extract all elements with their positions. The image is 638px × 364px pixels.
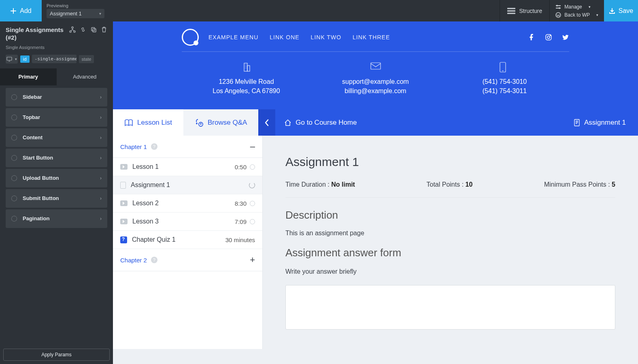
svg-rect-6	[91, 28, 95, 31]
instagram-icon[interactable]	[545, 34, 552, 41]
course-home-link[interactable]: Go to Course Home	[275, 109, 561, 136]
svg-rect-15	[500, 62, 506, 72]
lesson-item[interactable]: Lesson 3 7:09	[113, 213, 262, 231]
wordpress-icon	[555, 12, 561, 18]
lesson-item[interactable]: Assignment 1	[113, 176, 262, 194]
state-chip[interactable]: state	[79, 55, 94, 63]
chevron-down-icon: ▾	[99, 11, 101, 16]
structure-icon	[507, 8, 515, 14]
section-upload-button[interactable]: Upload Button›	[6, 169, 107, 187]
svg-rect-8	[7, 57, 12, 60]
lesson-panel: Chapter 1 ? – Lesson 1 0:50 Assignment 1…	[113, 136, 263, 349]
section-sidebar[interactable]: Sidebar›	[6, 88, 107, 106]
twitter-icon[interactable]	[562, 34, 569, 41]
tab-primary[interactable]: Primary	[0, 68, 57, 85]
section-pagination[interactable]: Pagination›	[6, 209, 107, 228]
svg-rect-12	[244, 63, 247, 71]
section-start-button[interactable]: Start Button›	[6, 149, 107, 167]
section-content[interactable]: Content›	[6, 128, 107, 147]
nav-item[interactable]: EXAMPLE MENU	[208, 34, 258, 40]
tab-advanced[interactable]: Advanced	[57, 68, 113, 85]
gear-icon	[11, 94, 17, 100]
info-address: 1236 Melville Road Los Angeles, CA 67890	[182, 62, 311, 96]
building-icon	[241, 62, 252, 73]
device-select[interactable]	[6, 55, 18, 64]
svg-rect-7	[93, 29, 96, 32]
minus-icon: –	[250, 141, 255, 152]
assignment-icon	[120, 182, 126, 189]
nav: EXAMPLE MENU LINK ONE LINK TWO LINK THRE…	[208, 34, 390, 40]
page-title: Assignment 1	[285, 155, 615, 169]
info-email: support@example.com billing@example.com	[311, 62, 440, 96]
desktop-icon	[6, 57, 12, 62]
help-icon: ?	[151, 143, 157, 150]
collapse-sidebar-button[interactable]	[258, 109, 275, 136]
trash-icon[interactable]	[101, 26, 107, 33]
sidebar-title: Single Assignments (#2)	[6, 26, 69, 42]
chapter-2[interactable]: Chapter 2 ? +	[113, 249, 262, 271]
svg-rect-14	[371, 63, 381, 69]
book-icon	[124, 119, 133, 126]
gear-icon	[11, 135, 17, 140]
description-text: This is an assignment page	[285, 230, 615, 237]
add-label: Add	[20, 7, 31, 15]
lesson-item[interactable]: Chapter Quiz 1 30 minutes	[113, 231, 262, 249]
answer-textarea[interactable]	[285, 285, 615, 330]
section-topbar[interactable]: Topbar›	[6, 108, 107, 127]
qa-icon	[195, 118, 204, 127]
course-bar: Lesson List Browse Q&A Go to Course Home…	[113, 109, 638, 136]
copy-icon[interactable]	[90, 26, 97, 33]
nav-item[interactable]: LINK ONE	[270, 34, 299, 40]
hierarchy-icon[interactable]	[69, 26, 76, 33]
back-to-wp-label: Back to WP	[564, 12, 590, 18]
svg-point-1	[559, 7, 560, 9]
gear-icon	[11, 175, 17, 181]
previewing-block: Previewing Assignment 1 ▾	[42, 0, 109, 21]
structure-button[interactable]: Structure	[500, 0, 550, 21]
lesson-item[interactable]: Lesson 1 0:50	[113, 158, 262, 176]
save-button[interactable]: Save	[604, 0, 638, 21]
sliders-icon	[555, 4, 561, 9]
gear-icon	[11, 155, 17, 161]
save-label: Save	[619, 7, 633, 15]
phone-icon	[499, 62, 506, 73]
loading-icon	[249, 182, 255, 188]
id-value[interactable]: -single-assignmen	[32, 55, 77, 63]
gear-icon	[11, 115, 17, 120]
previewing-value: Assignment 1	[50, 11, 82, 17]
nav-item[interactable]: LINK TWO	[311, 34, 341, 40]
id-chip[interactable]: id	[20, 55, 30, 63]
apply-params-button[interactable]: Apply Params	[3, 349, 110, 361]
section-submit-button[interactable]: Submit Button›	[6, 189, 107, 208]
previewing-label: Previewing	[47, 3, 104, 8]
chapter-1[interactable]: Chapter 1 ? –	[113, 136, 262, 158]
previewing-select[interactable]: Assignment 1 ▾	[47, 9, 104, 18]
nav-item[interactable]: LINK THREE	[353, 34, 390, 40]
svg-rect-13	[247, 66, 250, 71]
home-icon	[284, 119, 291, 126]
plus-icon	[10, 8, 17, 14]
document-icon	[574, 119, 580, 126]
manage-label: Manage	[564, 4, 582, 10]
tab-browse-qa[interactable]: Browse Q&A	[183, 109, 258, 136]
lesson-item[interactable]: Lesson 2 8:30	[113, 194, 262, 213]
description-heading: Description	[285, 209, 615, 221]
mail-icon	[370, 62, 381, 70]
facebook-icon[interactable]	[528, 34, 535, 41]
tab-lesson-list[interactable]: Lesson List	[113, 109, 183, 136]
link-icon[interactable]	[80, 26, 86, 33]
back-to-wp-button[interactable]: Back to WP ▾	[550, 11, 604, 19]
chevron-right-icon: ›	[100, 216, 102, 221]
meta-min-pass: Minimum Pass Points : 5	[544, 181, 615, 188]
svg-point-16	[196, 123, 197, 124]
manage-button[interactable]: Manage ▾	[550, 3, 604, 11]
add-button[interactable]: Add	[0, 0, 42, 21]
chevron-right-icon: ›	[100, 155, 102, 161]
video-icon	[120, 164, 128, 170]
chevron-right-icon: ›	[100, 94, 102, 100]
chevron-right-icon: ›	[100, 115, 102, 120]
sidebar-subtitle: Single Assignments	[0, 45, 113, 52]
preview-canvas: EXAMPLE MENU LINK ONE LINK TWO LINK THRE…	[113, 21, 638, 364]
hero: EXAMPLE MENU LINK ONE LINK TWO LINK THRE…	[113, 21, 638, 136]
quiz-icon	[120, 236, 127, 243]
